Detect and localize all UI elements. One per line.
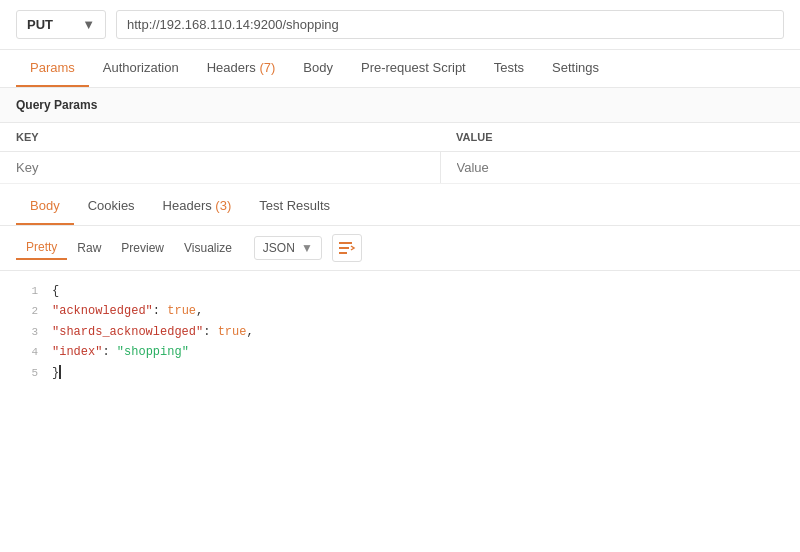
col-key: KEY <box>0 123 440 152</box>
wrap-button[interactable] <box>332 234 362 262</box>
json-format-label: JSON <box>263 241 295 255</box>
tab-tests[interactable]: Tests <box>480 50 538 87</box>
wrap-icon <box>338 240 356 256</box>
code-line-3: 3 "shards_acknowledged": true, <box>0 322 800 342</box>
table-row <box>0 152 800 184</box>
tab-params[interactable]: Params <box>16 50 89 87</box>
method-label: PUT <box>27 17 53 32</box>
top-tabs: Params Authorization Headers (7) Body Pr… <box>0 50 800 88</box>
format-pretty-btn[interactable]: Pretty <box>16 236 67 260</box>
params-table: KEY VALUE <box>0 123 800 184</box>
tab-cookies[interactable]: Cookies <box>74 188 149 225</box>
format-bar: Pretty Raw Preview Visualize JSON ▼ <box>0 226 800 271</box>
query-params-header: Query Params <box>0 88 800 123</box>
tab-authorization[interactable]: Authorization <box>89 50 193 87</box>
tab-test-results[interactable]: Test Results <box>245 188 344 225</box>
format-preview-btn[interactable]: Preview <box>111 237 174 259</box>
bottom-tabs: Body Cookies Headers (3) Test Results <box>0 188 800 226</box>
code-line-2: 2 "acknowledged": true, <box>0 301 800 321</box>
json-format-select[interactable]: JSON ▼ <box>254 236 322 260</box>
value-input[interactable] <box>457 160 785 175</box>
tab-prerequest[interactable]: Pre-request Script <box>347 50 480 87</box>
code-area: 1 { 2 "acknowledged": true, 3 "shards_ac… <box>0 271 800 393</box>
json-format-chevron: ▼ <box>301 241 313 255</box>
method-chevron: ▼ <box>82 17 95 32</box>
format-visualize-btn[interactable]: Visualize <box>174 237 242 259</box>
col-value: VALUE <box>440 123 800 152</box>
key-input[interactable] <box>16 160 424 175</box>
code-line-5: 5 } <box>0 363 800 383</box>
code-line-4: 4 "index": "shopping" <box>0 342 800 362</box>
tab-response-body[interactable]: Body <box>16 188 74 225</box>
response-section: Body Cookies Headers (3) Test Results Pr… <box>0 188 800 393</box>
url-bar: PUT ▼ <box>0 0 800 50</box>
tab-settings[interactable]: Settings <box>538 50 613 87</box>
tab-body[interactable]: Body <box>289 50 347 87</box>
tab-response-headers[interactable]: Headers (3) <box>149 188 246 225</box>
tab-headers[interactable]: Headers (7) <box>193 50 290 87</box>
method-selector[interactable]: PUT ▼ <box>16 10 106 39</box>
format-raw-btn[interactable]: Raw <box>67 237 111 259</box>
code-line-1: 1 { <box>0 281 800 301</box>
url-input[interactable] <box>116 10 784 39</box>
